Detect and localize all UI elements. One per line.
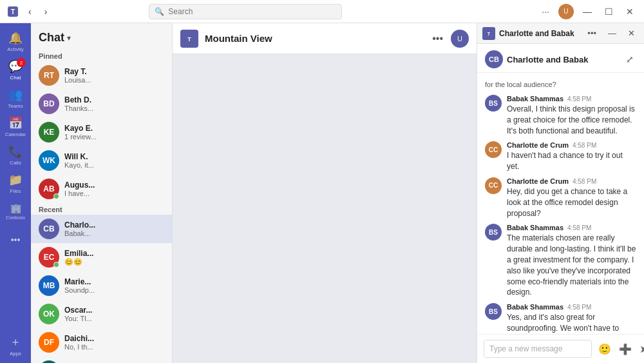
right-more-button[interactable]: •••	[583, 27, 600, 39]
attach-button[interactable]: ➕	[618, 342, 633, 357]
chat-preview: I have...	[64, 190, 164, 197]
message-header: Babak Shammas 4:58 PM	[507, 224, 636, 231]
chat-info: Beth D. Thanks...	[64, 95, 164, 112]
search-bar[interactable]: 🔍	[149, 4, 342, 19]
message-time: 4:58 PM	[567, 304, 591, 311]
search-icon: 🔍	[155, 7, 164, 16]
message-text: The materials chosen are really durable …	[507, 233, 636, 298]
sidebar-item-contoso[interactable]: 🏢 Contoso	[3, 199, 28, 224]
pinned-section-label: Pinned	[31, 50, 172, 61]
message-text: I haven't had a chance to try it out yet…	[507, 150, 636, 172]
chat-item-kayo[interactable]: KE Kayo E. 1 review...	[31, 118, 172, 146]
message-sender: Charlotte de Crum	[507, 141, 569, 149]
sidebar-item-calls[interactable]: 📞 Calls	[3, 142, 28, 168]
chat-item-kian[interactable]: KL Kian L... Have y...	[31, 357, 172, 363]
teams-label: Teams	[8, 103, 23, 109]
sidebar-item-calendar[interactable]: 📅 Calendar	[3, 113, 28, 139]
message-sender: Babak Shammas	[507, 95, 564, 103]
minimize-button[interactable]: —	[579, 5, 596, 18]
files-icon: 📁	[8, 173, 23, 187]
chat-name: Marie...	[64, 277, 164, 286]
more-options-button[interactable]: ···	[538, 5, 553, 18]
close-button[interactable]: ✕	[622, 5, 638, 18]
popout-button[interactable]: ⤢	[623, 52, 636, 67]
message-time: 4:58 PM	[573, 178, 596, 185]
left-rail: 🔔 Activity 💬 Chat 2 👥 Teams 📅 Calendar 📞…	[0, 23, 31, 363]
chat-info: Kayo E. 1 review...	[64, 124, 164, 141]
chat-preview: Thanks...	[64, 104, 164, 112]
right-panel-title: Charlotte and Babak	[499, 29, 580, 38]
right-close-button[interactable]: ✕	[624, 27, 639, 39]
emoji-button[interactable]: 🙂	[597, 342, 612, 357]
chat-item-emilia[interactable]: EC Emilia... 😊😊	[31, 243, 172, 271]
message-time: 4:58 PM	[573, 142, 596, 149]
search-input[interactable]	[168, 7, 336, 16]
message-avatar: BS	[485, 95, 502, 112]
message-sender: Babak Shammas	[507, 224, 564, 231]
avatar: KE	[39, 122, 59, 142]
chat-name: Augus...	[64, 181, 164, 190]
chat-name: Emilia...	[64, 249, 164, 258]
chat-preview: Soundp...	[64, 286, 164, 294]
sidebar-item-activity[interactable]: 🔔 Activity	[3, 28, 28, 54]
chat-item-will[interactable]: WK Will K. Kayo, it...	[31, 146, 172, 175]
right-minimize-button[interactable]: —	[604, 27, 620, 39]
message-avatar: CC	[485, 141, 502, 158]
chat-badge: 2	[17, 58, 26, 67]
sidebar-item-teams[interactable]: 👥 Teams	[3, 85, 28, 111]
message-time: 4:58 PM	[567, 95, 591, 103]
chat-item-charlotte[interactable]: CB Charlo... Babak...	[31, 215, 172, 243]
chat-preview: Babak...	[64, 230, 164, 237]
chat-item-augus[interactable]: AB Augus... I have...	[31, 175, 172, 203]
chat-item-beth[interactable]: BD Beth D. Thanks...	[31, 90, 172, 118]
teams-icon: 👥	[8, 88, 23, 102]
avatar: MB	[39, 275, 59, 296]
teams-logo-small: T	[180, 30, 198, 48]
middle-header-actions: ••• U	[430, 30, 469, 48]
sidebar-item-more[interactable]: •••	[3, 227, 28, 253]
compose-input[interactable]	[484, 340, 592, 358]
message-content: Babak Shammas 4:58 PM The materials chos…	[507, 224, 636, 298]
forward-button[interactable]: ›	[41, 5, 52, 18]
chat-item-oscar[interactable]: OK Oscar... You: Tl...	[31, 300, 172, 328]
activity-label: Activity	[7, 46, 23, 52]
calls-label: Calls	[10, 160, 21, 166]
sidebar-item-apps[interactable]: ＋ Apps	[3, 332, 28, 358]
message-header: Charlotte de Crum 4:58 PM	[507, 141, 636, 149]
message-time: 4:58 PM	[567, 224, 591, 231]
message-text: Overall, I think this design proposal is…	[507, 104, 636, 136]
back-button[interactable]: ‹	[24, 5, 35, 18]
message-text: Hey, did you get a chance to take a look…	[507, 186, 636, 219]
sidebar-item-chat[interactable]: 💬 Chat 2	[3, 57, 28, 83]
chat-label: Chat	[10, 75, 21, 81]
contoso-icon: 🏢	[10, 203, 21, 213]
chat-info: Oscar... You: Tl...	[64, 306, 164, 322]
teams-logo-tiny: T	[482, 27, 495, 40]
message-header: Charlotte de Crum 4:58 PM	[507, 177, 636, 185]
chat-item-marie[interactable]: MB Marie... Soundp...	[31, 271, 172, 300]
more-options-button[interactable]: •••	[430, 30, 446, 47]
chat-info: Marie... Soundp...	[64, 277, 164, 294]
sidebar-item-files[interactable]: 📁 Files	[3, 170, 28, 196]
chat-name: Will K.	[64, 152, 164, 161]
chevron-down-icon: ▾	[67, 34, 71, 43]
chat-name: Beth D.	[64, 95, 164, 104]
apps-label: Apps	[10, 351, 21, 357]
chat-info: Will K. Kayo, it...	[64, 152, 164, 169]
maximize-button[interactable]: ☐	[601, 5, 617, 18]
right-panel: T Charlotte and Babak ••• — ✕ CB Charlot…	[477, 23, 644, 363]
avatar: KL	[39, 360, 59, 363]
user-avatar[interactable]: U	[558, 4, 574, 19]
chat-item-ray[interactable]: RT Ray T. Louisa...	[31, 61, 172, 90]
right-panel-titlebar: T Charlotte and Babak ••• — ✕	[477, 23, 644, 44]
message-group: BS Babak Shammas 4:58 PM The materials c…	[485, 224, 636, 298]
chat-list-header: Chat ▾	[31, 23, 172, 50]
avatar: CB	[39, 219, 59, 239]
right-chat-header: CB Charlotte and Babak ⤢	[477, 44, 644, 73]
message-header: Babak Shammas 4:58 PM	[507, 303, 636, 311]
chat-info: Daichi... No, I th...	[64, 334, 164, 351]
chat-item-daichi[interactable]: DF Daichi... No, I th...	[31, 328, 172, 357]
svg-text:T: T	[488, 32, 491, 36]
send-button[interactable]: ➤	[638, 342, 644, 357]
message-group: BS Babak Shammas 4:58 PM Overall, I thin…	[485, 95, 636, 136]
